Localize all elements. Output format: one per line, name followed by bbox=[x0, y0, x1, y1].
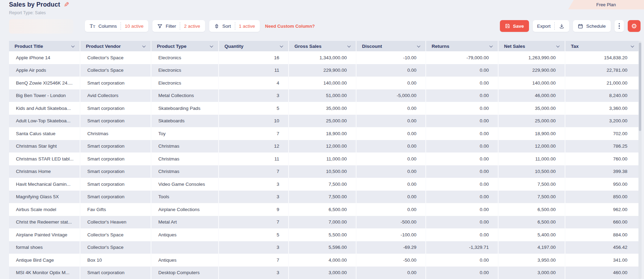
table-cell: Smart corporation bbox=[80, 191, 151, 203]
table-cell: 1,263,990.00 bbox=[498, 51, 565, 64]
table-cell: 0.00 bbox=[425, 191, 498, 203]
table-row: Airplane Painted VintageCollector's Spac… bbox=[9, 228, 639, 241]
sort-button[interactable]: Sort 1 active bbox=[209, 20, 260, 32]
column-header[interactable]: Net Sales bbox=[498, 41, 565, 51]
edit-title-icon[interactable]: ✎ bbox=[64, 1, 69, 8]
table-cell: 0.00 bbox=[356, 77, 425, 89]
table-cell: 0.00 bbox=[356, 267, 425, 279]
table-cell: 3,360.00 bbox=[565, 102, 639, 115]
column-header[interactable]: Discount bbox=[356, 41, 425, 51]
table-cell: 786.25 bbox=[565, 140, 639, 153]
table-cell: 884.00 bbox=[565, 228, 639, 241]
table-cell: 0.00 bbox=[425, 77, 498, 89]
column-menu-chevron-icon[interactable] bbox=[142, 44, 146, 47]
table-cell: 0.00 bbox=[425, 102, 498, 115]
table-cell: 11,000.00 bbox=[288, 152, 356, 165]
table-row: Christmas HomeSmart corporationChristmas… bbox=[9, 165, 639, 178]
table-cell: Antique Bird Cage bbox=[9, 254, 80, 267]
save-button-label: Save bbox=[513, 24, 524, 29]
table-row: Christmas Star lightSmart corporationChr… bbox=[9, 140, 639, 153]
sort-active-count[interactable]: 1 active bbox=[239, 24, 255, 29]
table-cell: 0.00 bbox=[425, 152, 498, 165]
table-row: formal shoesCollector's Space35,596.00-6… bbox=[9, 241, 639, 254]
table-cell: 25,000.00 bbox=[498, 115, 565, 128]
column-menu-chevron-icon[interactable] bbox=[71, 44, 75, 47]
divider bbox=[121, 22, 121, 30]
table-cell: 3 bbox=[218, 178, 288, 191]
column-header[interactable]: Tax bbox=[565, 41, 639, 51]
table-cell: 0.00 bbox=[425, 140, 498, 153]
table-row: Magnifying Glass 5XSmart corporationTool… bbox=[9, 191, 639, 203]
table-row: Apple iPhone 14Collector's SpaceElectron… bbox=[9, 51, 639, 64]
table-cell: 7 bbox=[218, 165, 288, 178]
column-menu-chevron-icon[interactable] bbox=[347, 44, 351, 47]
table-cell: -100.00 bbox=[356, 228, 425, 241]
more-options-button[interactable] bbox=[615, 20, 624, 32]
column-header[interactable]: Product Type bbox=[151, 41, 218, 51]
table-cell: Magnifying Glass 5X bbox=[9, 191, 80, 203]
table-cell: 399.38 bbox=[565, 165, 639, 178]
table-header-row: Product TitleProduct VendorProduct TypeQ… bbox=[9, 41, 639, 51]
vertical-scrollbar[interactable] bbox=[638, 41, 642, 279]
table-cell: 5 bbox=[218, 228, 288, 241]
table-cell: formal shoes bbox=[9, 241, 80, 254]
table-row: Christmas STAR LED tabl...Smart corporat… bbox=[9, 152, 639, 165]
column-header-label: Quantity bbox=[224, 44, 244, 49]
table-cell: 0.00 bbox=[356, 102, 425, 115]
table-cell: 5 bbox=[218, 102, 288, 115]
column-menu-chevron-icon[interactable] bbox=[417, 44, 421, 47]
table-cell: 4 bbox=[218, 77, 288, 89]
table-cell: 0.00 bbox=[356, 140, 425, 153]
table-row: Big Ben Tower - LondonAvid CollectorsMet… bbox=[9, 89, 639, 102]
table-cell: 341.00 bbox=[565, 254, 639, 267]
column-header[interactable]: Product Vendor bbox=[80, 41, 151, 51]
table-cell: -79,000.00 bbox=[425, 51, 498, 64]
table-cell: Box 10 bbox=[80, 254, 151, 267]
schedule-button[interactable]: Schedule bbox=[573, 20, 610, 32]
columns-button[interactable]: TT Columns 10 active bbox=[85, 20, 148, 32]
table-row: Airbus Scale modelFav GiftsAirplane Coll… bbox=[9, 203, 639, 216]
column-header[interactable]: Gross Sales bbox=[288, 41, 356, 51]
column-header[interactable]: Product Title bbox=[9, 41, 80, 51]
table-row: Adult Low-Top Skateboa...Smart corporati… bbox=[9, 115, 639, 128]
table-cell: 0.00 bbox=[356, 152, 425, 165]
table-row: Apple Air podsCollector's SpaceElectroni… bbox=[9, 64, 639, 77]
table-row: Havit Mechanical Gamin...Smart corporati… bbox=[9, 178, 639, 191]
save-button[interactable]: Save bbox=[500, 20, 529, 32]
scrollbar-thumb[interactable] bbox=[639, 43, 641, 131]
table-cell: 229,900.00 bbox=[498, 64, 565, 77]
column-menu-chevron-icon[interactable] bbox=[280, 44, 283, 47]
table-cell: Collector's Space bbox=[80, 241, 151, 254]
table-cell: -500.00 bbox=[356, 216, 425, 229]
export-button[interactable]: Export bbox=[537, 24, 550, 29]
table-cell: Apple iPhone 14 bbox=[9, 51, 80, 64]
table-cell: Smart corporation bbox=[80, 267, 151, 279]
column-menu-chevron-icon[interactable] bbox=[210, 44, 213, 47]
columns-active-count[interactable]: 10 active bbox=[125, 24, 143, 29]
table-cell: Christmas STAR LED tabl... bbox=[9, 152, 80, 165]
filter-button[interactable]: Filter 2 active bbox=[152, 20, 205, 32]
table-cell: Fav Gifts bbox=[80, 203, 151, 216]
need-custom-column-link[interactable]: Need Custom Column? bbox=[265, 24, 315, 29]
table-cell: 950.00 bbox=[565, 178, 639, 191]
filter-button-label: Filter bbox=[166, 24, 176, 29]
table-cell: 25,000.00 bbox=[288, 115, 356, 128]
table-cell: 51,000.00 bbox=[288, 89, 356, 102]
table-cell: Apple Air pods bbox=[9, 64, 80, 77]
table-cell: -50.00 bbox=[356, 254, 425, 267]
table-cell: Tools bbox=[151, 191, 218, 203]
column-menu-chevron-icon[interactable] bbox=[489, 44, 493, 47]
settings-button[interactable]: ⚙ bbox=[628, 20, 641, 32]
schedule-button-label: Schedule bbox=[586, 24, 606, 29]
column-header[interactable]: Returns bbox=[425, 41, 498, 51]
page-head: Sales by Product ✎ Report Type: Sales bbox=[9, 1, 69, 15]
download-button[interactable] bbox=[558, 24, 565, 29]
table-cell: 18,900.00 bbox=[498, 127, 565, 140]
table-cell: 11 bbox=[218, 64, 288, 77]
table-cell: 962.00 bbox=[565, 203, 639, 216]
column-header-label: Gross Sales bbox=[294, 44, 321, 49]
filter-active-count[interactable]: 2 active bbox=[184, 24, 200, 29]
column-menu-chevron-icon[interactable] bbox=[631, 44, 634, 47]
column-menu-chevron-icon[interactable] bbox=[556, 44, 560, 47]
column-header[interactable]: Quantity bbox=[218, 41, 288, 51]
